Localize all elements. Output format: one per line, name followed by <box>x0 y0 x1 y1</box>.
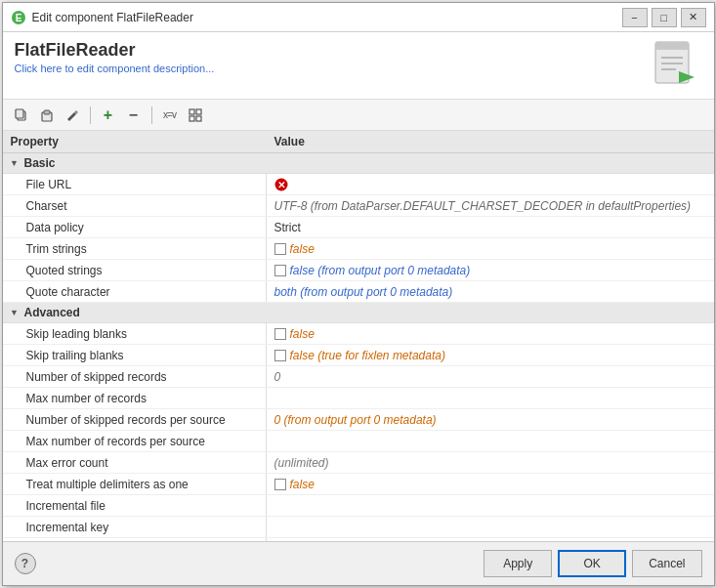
section-basic-label: Basic <box>24 156 56 170</box>
help-button[interactable]: ? <box>15 553 36 574</box>
property-skip-leading-blanks[interactable]: Skip leading blanks false <box>3 323 714 345</box>
property-incremental-key-value <box>267 517 714 537</box>
svg-rect-15 <box>196 116 201 121</box>
add-toolbar-button[interactable]: + <box>98 105 119 126</box>
paste-toolbar-button[interactable] <box>36 105 58 126</box>
skip-leading-blanks-checkbox[interactable] <box>274 328 286 340</box>
svg-rect-14 <box>190 116 194 121</box>
svg-rect-13 <box>196 109 201 114</box>
property-max-records-name: Max number of records <box>3 388 267 408</box>
property-quoted-strings-name: Quoted strings <box>3 260 267 280</box>
property-num-skipped-records[interactable]: Number of skipped records 0 <box>3 366 714 388</box>
property-charset-name: Charset <box>3 195 267 216</box>
component-description-link[interactable]: Click here to edit component description… <box>15 63 215 74</box>
property-num-skipped-per-source-value: 0 (from output port 0 metadata) <box>267 409 714 430</box>
property-max-records-per-source-value <box>267 431 714 451</box>
section-advanced-label: Advanced <box>24 306 80 319</box>
svg-rect-3 <box>655 42 689 50</box>
property-quote-character[interactable]: Quote character both (from output port 0… <box>3 281 714 303</box>
properties-area: ▼ Basic File URL ✕ Charset UTF-8 (from D… <box>3 153 714 541</box>
property-num-skipped-per-source-name: Number of skipped records per source <box>3 409 267 430</box>
property-skip-trailing-blanks-name: Skip trailing blanks <box>3 345 267 365</box>
property-max-records-per-source[interactable]: Max number of records per source <box>3 431 714 452</box>
cancel-button[interactable]: Cancel <box>632 550 701 577</box>
title-bar-buttons: − □ ✕ <box>622 8 706 27</box>
section-basic-toggle: ▼ <box>9 157 21 169</box>
property-quote-character-value: both (from output port 0 metadata) <box>267 281 714 302</box>
remove-toolbar-button[interactable]: − <box>123 105 145 126</box>
svg-rect-9 <box>16 109 23 118</box>
property-trim-strings[interactable]: Trim strings false <box>3 238 714 260</box>
section-advanced-toggle: ▼ <box>9 307 21 318</box>
property-num-skipped-per-source[interactable]: Number of skipped records per source 0 (… <box>3 409 714 431</box>
section-basic-header[interactable]: ▼ Basic <box>3 153 714 174</box>
property-num-skipped-records-name: Number of skipped records <box>3 366 267 387</box>
copy-toolbar-button[interactable] <box>11 105 32 126</box>
footer-buttons: Apply OK Cancel <box>484 550 701 577</box>
property-incremental-key-name: Incremental key <box>3 517 267 537</box>
property-treat-multiple-delimiters-name: Treat multiple delimiters as one <box>3 474 267 494</box>
property-skip-trailing-blanks[interactable]: Skip trailing blanks false (true for fix… <box>3 345 714 366</box>
property-incremental-key[interactable]: Incremental key <box>3 517 714 538</box>
component-header: FlatFileReader Click here to edit compon… <box>3 32 714 100</box>
svg-rect-12 <box>190 109 194 114</box>
svg-text:E: E <box>15 13 21 23</box>
section-advanced-header[interactable]: ▼ Advanced <box>3 303 714 323</box>
window-title: Edit component FlatFileReader <box>32 11 622 24</box>
property-quoted-strings[interactable]: Quoted strings false (from output port 0… <box>3 260 714 281</box>
footer-left: ? <box>15 553 36 574</box>
col-value-header: Value <box>274 135 706 148</box>
property-num-skipped-records-value: 0 <box>267 366 714 387</box>
property-incremental-file[interactable]: Incremental file <box>3 495 714 517</box>
expand-toolbar-button[interactable] <box>185 105 206 126</box>
footer: ? Apply OK Cancel <box>3 541 714 585</box>
property-file-url-value: ✕ <box>267 174 714 194</box>
property-max-error-count-value: (unlimited) <box>267 452 714 473</box>
svg-text:✕: ✕ <box>277 180 285 190</box>
ok-button[interactable]: OK <box>558 550 626 577</box>
header-info: FlatFileReader Click here to edit compon… <box>15 40 215 74</box>
table-header: Property Value <box>3 131 714 153</box>
component-logo <box>652 40 702 91</box>
property-treat-multiple-delimiters-value: false <box>267 474 714 494</box>
property-data-policy-value: Strict <box>267 217 714 237</box>
property-trim-strings-name: Trim strings <box>3 238 267 259</box>
property-data-policy-name: Data policy <box>3 217 267 237</box>
close-button[interactable]: ✕ <box>681 8 706 27</box>
property-charset[interactable]: Charset UTF-8 (from DataParser.DEFAULT_C… <box>3 195 714 217</box>
toolbar-separator-1 <box>90 106 91 124</box>
property-max-records-per-source-name: Max number of records per source <box>3 431 267 451</box>
property-quoted-strings-value: false (from output port 0 metadata) <box>267 260 714 280</box>
maximize-button[interactable]: □ <box>652 8 677 27</box>
edit-toolbar-button[interactable] <box>62 105 83 126</box>
property-file-url[interactable]: File URL ✕ <box>3 174 714 195</box>
property-incremental-file-name: Incremental file <box>3 495 267 516</box>
window-icon: E <box>11 10 26 25</box>
property-file-url-name: File URL <box>3 174 267 194</box>
property-max-records[interactable]: Max number of records <box>3 388 714 409</box>
property-trim-strings-value: false <box>267 238 714 259</box>
apply-button[interactable]: Apply <box>484 550 552 577</box>
quoted-strings-checkbox[interactable] <box>274 265 286 276</box>
component-title: FlatFileReader <box>15 40 215 61</box>
property-max-error-count-name: Max error count <box>3 452 267 473</box>
skip-trailing-blanks-checkbox[interactable] <box>274 350 286 361</box>
property-max-records-value <box>267 388 714 408</box>
property-incremental-file-value <box>267 495 714 516</box>
treat-multiple-delimiters-checkbox[interactable] <box>274 479 286 490</box>
keyvalue-toolbar-button[interactable]: x=v <box>159 105 181 126</box>
property-max-error-count[interactable]: Max error count (unlimited) <box>3 452 714 474</box>
property-skip-leading-blanks-value: false <box>267 323 714 344</box>
svg-rect-11 <box>44 110 50 114</box>
main-window: E Edit component FlatFileReader − □ ✕ Fl… <box>2 2 715 586</box>
title-bar: E Edit component FlatFileReader − □ ✕ <box>3 3 714 32</box>
toolbar: + − x=v <box>3 100 714 131</box>
minimize-button[interactable]: − <box>622 8 648 27</box>
property-quote-character-name: Quote character <box>3 281 267 302</box>
toolbar-separator-2 <box>151 106 152 124</box>
property-skip-trailing-blanks-value: false (true for fixlen metadata) <box>267 345 714 365</box>
trim-strings-checkbox[interactable] <box>274 243 286 255</box>
property-charset-value: UTF-8 (from DataParser.DEFAULT_CHARSET_D… <box>267 195 714 216</box>
property-data-policy[interactable]: Data policy Strict <box>3 217 714 238</box>
property-treat-multiple-delimiters[interactable]: Treat multiple delimiters as one false <box>3 474 714 495</box>
